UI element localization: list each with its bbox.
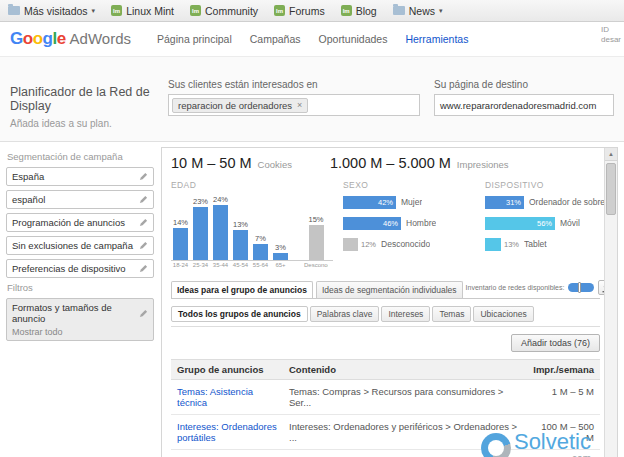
table-row: Temas: Asistencia técnicaTemas: Compras … (171, 380, 600, 415)
campaign-setting-chip[interactable]: español (6, 190, 154, 209)
age-bar-column: 15% (304, 215, 328, 260)
solvetic-logo-icon (481, 433, 511, 457)
age-category-label: 65+ (272, 262, 289, 268)
age-bar-column: 23% (192, 197, 209, 260)
bookmark-item[interactable]: lmCommunity (190, 5, 258, 17)
age-bar-column: 14% (172, 218, 189, 260)
bar-category-label: Desconocido (381, 239, 430, 249)
bar-value-label: 31% (506, 198, 521, 207)
slider-handle[interactable] (578, 282, 581, 293)
filters-title: Filtros (7, 282, 154, 293)
subtab[interactable]: Temas (432, 306, 471, 322)
bookmark-item[interactable]: lmBlog (341, 5, 377, 17)
subtab[interactable]: Intereses (381, 306, 430, 322)
subtab[interactable]: Palabras clave (310, 306, 380, 322)
age-chart-title: EDAD (171, 180, 333, 190)
campaign-setting-chip[interactable]: España (6, 167, 154, 186)
interests-input[interactable]: reparacion de ordenadores × (168, 94, 420, 116)
watermark-name: Solvetic (514, 431, 591, 453)
edit-pencil-icon[interactable] (139, 195, 148, 204)
demographic-bar: 56% (485, 217, 555, 230)
age-bar (233, 230, 248, 260)
ad-group-link[interactable]: Temas: Asistencia técnica (177, 386, 253, 408)
header-nav: Página principalCampañasOportunidadesHer… (157, 33, 468, 45)
subtab[interactable]: Ubicaciones (473, 306, 533, 322)
reach-stats: 10 M – 50 M Cookies 1.000 M – 5.000 M Im… (171, 155, 600, 171)
nav-link[interactable]: Herramientas (405, 33, 468, 45)
nav-link[interactable]: Página principal (157, 33, 232, 45)
idea-type-subtabs: Todos los grupos de anunciosPalabras cla… (171, 306, 600, 327)
bar-category-label: Ordenador de sobre... (529, 197, 612, 207)
filter-label: Formatos y tamaños de anuncio (12, 302, 135, 324)
account-id-line2: desar (601, 35, 621, 45)
show-all-link[interactable]: Mostrar todo (12, 327, 148, 337)
bookmark-label: Más visitados (24, 5, 88, 17)
landing-page-input[interactable]: www.repararordenadoresmadrid.com (434, 94, 614, 116)
ad-group-link[interactable]: Intereses: Ordenadores portátiles (177, 421, 277, 443)
nav-link[interactable]: Campañas (250, 33, 301, 45)
age-bar (193, 207, 208, 260)
solvetic-watermark: Solvetic .com (481, 431, 591, 457)
bar-value-label: 46% (383, 219, 398, 228)
inventory-slider[interactable] (568, 283, 594, 292)
content-area: Segmentación de campaña EspañaespañolPro… (0, 142, 624, 457)
logo-letter: o (33, 29, 43, 48)
panel-scrollbar[interactable]: ▲ (604, 148, 617, 457)
edit-pencil-icon[interactable] (139, 218, 148, 227)
edit-pencil-icon[interactable] (139, 309, 148, 318)
campaign-setting-chip[interactable]: Sin exclusiones de campaña (6, 236, 154, 255)
scroll-up-icon[interactable]: ▲ (605, 148, 617, 161)
ad-group-cell: Servicio tecnico 1 (171, 450, 283, 457)
add-all-button[interactable]: Añadir todas (76) (511, 334, 600, 352)
tab-ad-group-ideas[interactable]: Ideas para el grupo de anuncios (171, 281, 313, 298)
edit-pencil-icon[interactable] (139, 172, 148, 181)
edit-pencil-icon[interactable] (139, 264, 148, 273)
campaign-setting-chip[interactable]: Preferencias de dispositivo (6, 259, 154, 278)
subtab[interactable]: Todos los grupos de anuncios (171, 306, 308, 322)
age-bar-column: 13% (232, 220, 249, 260)
bookmark-item[interactable]: lmForums (274, 5, 325, 17)
age-category-label: Desconocido (304, 262, 328, 268)
demographic-bar-row: 42%Mujer (343, 195, 481, 209)
campaign-setting-chip[interactable]: Programación de anuncios (6, 213, 154, 232)
account-id: ID desar (601, 25, 621, 45)
account-id-line1: ID (601, 25, 621, 35)
column-header: Contenido (283, 360, 527, 380)
column-header: Grupo de anuncios (171, 360, 283, 380)
landing-page-label: Su página de destino (434, 79, 614, 90)
campaign-setting-label: Programación de anuncios (12, 217, 135, 228)
device-bars: 31%Ordenador de sobre...56%Móvil13%Table… (485, 195, 618, 251)
campaign-sidebar: Segmentación de campaña EspañaespañolPro… (6, 147, 154, 457)
filter-chip-row: Formatos y tamaños de anuncio (12, 302, 148, 324)
content-cell: Temas: Compras > Recursos para consumido… (283, 380, 527, 415)
scrollbar-thumb[interactable] (606, 163, 616, 215)
planner-title-block: Planificador de la Red de Display Añada … (10, 85, 154, 129)
keyword-tag-label: reparacion de ordenadores (178, 100, 292, 111)
age-category-label: 35-44 (212, 262, 229, 268)
age-bar (253, 244, 268, 260)
remove-keyword-icon[interactable]: × (297, 100, 302, 110)
nav-link[interactable]: Oportunidades (319, 33, 388, 45)
dropdown-caret-icon: ▾ (439, 7, 443, 15)
segmentation-items: EspañaespañolProgramación de anunciosSin… (6, 167, 154, 278)
interests-label: Sus clientes están interesados en (168, 79, 420, 90)
demographic-bar: 31% (485, 196, 524, 209)
ideas-tabs: Ideas para el grupo de anuncios Ideas de… (171, 278, 600, 299)
bookmark-label: News (409, 5, 435, 17)
bar-value-label: 15% (308, 215, 323, 224)
demographic-bar-row: 13%Tablet (485, 237, 618, 251)
bookmark-item[interactable]: News▾ (393, 5, 443, 17)
bar-value-label: 23% (193, 197, 208, 206)
edit-pencil-icon[interactable] (139, 241, 148, 250)
tab-individual-targeting-ideas[interactable]: Ideas de segmentación individuales (316, 281, 463, 298)
adwords-logo[interactable]: Google AdWords (10, 29, 131, 49)
gender-chart-title: SEXO (343, 180, 481, 190)
device-chart-title: DISPOSITIVO (485, 180, 618, 190)
bookmark-item[interactable]: Más visitados▾ (8, 5, 95, 17)
bookmark-item[interactable]: lmLinux Mint (111, 5, 174, 17)
table-header-row: Grupo de anunciosContenidoImpr./semana (171, 360, 600, 380)
ad-format-filter-chip[interactable]: Formatos y tamaños de anuncio Mostrar to… (6, 298, 154, 341)
age-bar (173, 228, 188, 260)
demographic-bar-row: 56%Móvil (485, 216, 618, 230)
bar-value-label: 42% (378, 198, 393, 207)
